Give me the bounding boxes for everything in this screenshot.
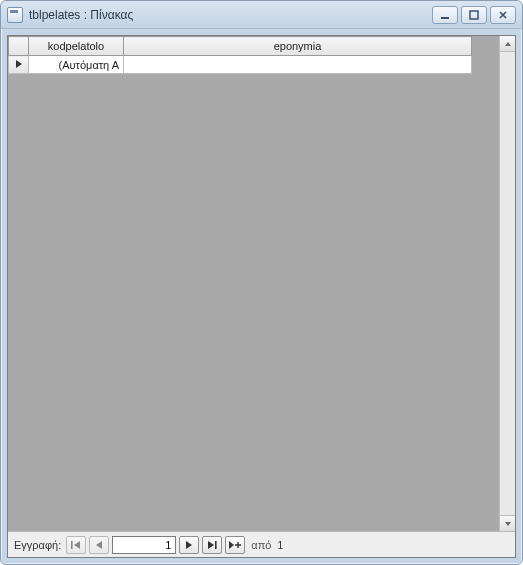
prev-record-button[interactable] <box>89 536 109 554</box>
current-row-icon <box>14 59 24 69</box>
column-header-kod[interactable]: kodpelatolo <box>29 37 124 56</box>
of-label: από <box>251 539 271 551</box>
titlebar[interactable]: tblpelates : Πίνακας <box>1 1 522 29</box>
svg-rect-1 <box>470 11 478 19</box>
record-label: Εγγραφή: <box>14 539 61 551</box>
scroll-down-button[interactable] <box>500 515 515 531</box>
datasheet-area: kodpelatolo eponymia (Αυτόματη Α <box>7 35 516 558</box>
new-record-button[interactable] <box>225 536 245 554</box>
last-record-button[interactable] <box>202 536 222 554</box>
record-number-input[interactable] <box>112 536 176 554</box>
next-record-button[interactable] <box>179 536 199 554</box>
svg-rect-0 <box>441 17 449 19</box>
svg-rect-3 <box>215 541 217 549</box>
window-controls <box>432 6 516 24</box>
vertical-scrollbar[interactable] <box>499 36 515 531</box>
table-row[interactable]: (Αυτόματη Α <box>9 56 472 74</box>
grid-viewport: kodpelatolo eponymia (Αυτόματη Α <box>8 36 515 531</box>
maximize-button[interactable] <box>461 6 487 24</box>
row-selector[interactable] <box>9 56 29 74</box>
data-grid[interactable]: kodpelatolo eponymia (Αυτόματη Α <box>8 36 472 74</box>
window-title: tblpelates : Πίνακας <box>29 8 432 22</box>
column-header-epo[interactable]: eponymia <box>124 37 472 56</box>
cell-kod[interactable]: (Αυτόματη Α <box>29 56 124 74</box>
select-all-corner[interactable] <box>9 37 29 56</box>
cell-epo[interactable] <box>124 56 472 74</box>
app-window: tblpelates : Πίνακας kodpelatolo eponymi… <box>0 0 523 565</box>
total-records: 1 <box>277 539 283 551</box>
minimize-button[interactable] <box>432 6 458 24</box>
svg-rect-2 <box>71 541 73 549</box>
first-record-button[interactable] <box>66 536 86 554</box>
column-header-row: kodpelatolo eponymia <box>9 37 472 56</box>
record-navigator: Εγγραφή: από 1 <box>8 531 515 557</box>
table-icon <box>7 7 23 23</box>
close-button[interactable] <box>490 6 516 24</box>
scroll-up-button[interactable] <box>500 36 515 52</box>
